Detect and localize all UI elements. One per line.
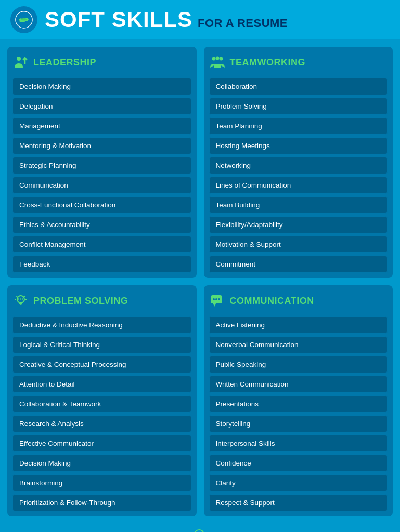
teamworking-icon <box>209 54 226 71</box>
skill-item: Research & Analysis <box>12 415 191 432</box>
skill-list-teamworking: CollaborationProblem SolvingTeam Plannin… <box>209 78 388 273</box>
section-communication: COMMUNICATION Active ListeningNonverbal … <box>204 285 393 516</box>
skill-item: Storytelling <box>209 415 388 432</box>
skill-item: Hosting Meetings <box>209 137 388 154</box>
skill-item: Commitment <box>209 256 388 273</box>
skill-item: Respect & Support <box>209 494 388 511</box>
skill-item: Prioritization & Follow-Through <box>12 494 191 511</box>
skill-item: Feedback <box>12 256 191 273</box>
skill-item: Delegation <box>12 98 191 115</box>
skill-item: Interpersonal Skills <box>209 435 388 452</box>
section-leadership: LEADERSHIP Decision MakingDelegationMana… <box>7 47 197 278</box>
skill-item: Brainstorming <box>12 474 191 491</box>
svg-point-5 <box>219 57 223 61</box>
header-title: SOFT SKILLS FOR A RESUME <box>45 7 288 32</box>
main-content: LEADERSHIP Decision MakingDelegationMana… <box>0 39 400 522</box>
svg-point-2 <box>17 57 21 61</box>
svg-point-21 <box>218 298 220 300</box>
skill-item: Confidence <box>209 455 388 472</box>
skill-item: Active Listening <box>209 316 388 334</box>
svg-point-22 <box>195 530 204 532</box>
section-header-teamworking: TEAMWORKING <box>209 52 388 73</box>
section-title-communication: COMMUNICATION <box>230 296 314 307</box>
handshake-icon <box>15 11 33 29</box>
skill-item: Networking <box>209 157 388 174</box>
svg-point-6 <box>215 57 219 60</box>
svg-line-11 <box>24 296 25 297</box>
skill-item: Flexibility/Adaptability <box>209 216 388 233</box>
section-teamworking: TEAMWORKING CollaborationProblem Solving… <box>204 47 393 278</box>
section-header-communication: COMMUNICATION <box>209 290 388 311</box>
skill-item: Team Planning <box>209 117 388 135</box>
svg-point-20 <box>215 298 217 300</box>
skill-item: Motivation & Support <box>209 236 388 253</box>
skill-item: Mentoring & Motivation <box>12 137 191 154</box>
section-title-problem-solving: PROBLEM SOLVING <box>33 296 128 307</box>
skill-item: Collaboration & Teamwork <box>12 395 191 413</box>
skill-list-leadership: Decision MakingDelegationManagementMento… <box>12 78 191 273</box>
skill-item: Communication <box>12 177 191 194</box>
section-title-leadership: LEADERSHIP <box>33 57 96 68</box>
skill-item: Creative & Conceptual Processing <box>12 356 191 373</box>
section-problem-solving: PROBLEM SOLVING Deductive & Inductive Re… <box>7 285 197 516</box>
skill-item: Nonverbal Communication <box>209 336 388 353</box>
skill-list-communication: Active ListeningNonverbal CommunicationP… <box>209 316 388 511</box>
skill-item: Attention to Detail <box>12 376 191 393</box>
skill-item: Problem Solving <box>209 98 388 115</box>
skill-item: Presentations <box>209 395 388 413</box>
header-icon <box>10 6 37 33</box>
skill-item: Ethics & Accountability <box>12 216 191 233</box>
skill-item: Decision Making <box>12 78 191 95</box>
title-main: SOFT SKILLS <box>45 7 192 32</box>
skill-item: Cross-Functional Collaboration <box>12 196 191 214</box>
skill-item: Effective Communicator <box>12 435 191 452</box>
find-my-profession-icon <box>193 529 205 532</box>
problem-solving-icon <box>12 292 29 309</box>
footer: Information provided by FIND MY PROFESSI… <box>0 522 400 532</box>
skill-item: Deductive & Inductive Reasoning <box>12 316 191 334</box>
skill-item: Collaboration <box>209 78 388 95</box>
leadership-icon <box>12 54 29 71</box>
svg-point-19 <box>213 298 215 300</box>
skill-item: Written Communication <box>209 376 388 393</box>
skill-item: Strategic Planning <box>12 157 191 174</box>
communication-icon <box>209 292 226 309</box>
skill-item: Decision Making <box>12 455 191 472</box>
section-header-problem-solving: PROBLEM SOLVING <box>12 290 191 311</box>
title-sub: FOR A RESUME <box>198 17 288 30</box>
skill-list-problem-solving: Deductive & Inductive ReasoningLogical &… <box>12 316 191 511</box>
svg-point-1 <box>21 18 27 20</box>
svg-marker-18 <box>213 303 216 307</box>
svg-line-10 <box>17 296 18 297</box>
header: SOFT SKILLS FOR A RESUME <box>0 0 400 39</box>
skill-item: Management <box>12 117 191 135</box>
svg-point-4 <box>212 57 215 61</box>
footer-logo: FIND MY PROFESSION <box>193 529 281 532</box>
skill-item: Lines of Communication <box>209 177 388 194</box>
skill-item: Public Speaking <box>209 356 388 373</box>
section-header-leadership: LEADERSHIP <box>12 52 191 73</box>
skill-item: Conflict Management <box>12 236 191 253</box>
skill-item: Logical & Critical Thinking <box>12 336 191 353</box>
skill-item: Clarity <box>209 474 388 491</box>
section-title-teamworking: TEAMWORKING <box>230 57 305 68</box>
skill-item: Team Building <box>209 196 388 214</box>
